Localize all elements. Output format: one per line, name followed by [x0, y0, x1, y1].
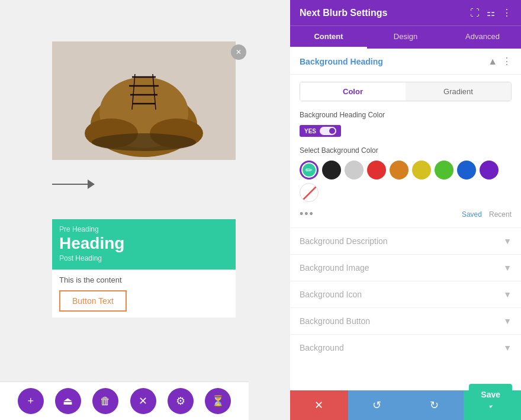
power-button[interactable]: ⏏: [55, 388, 81, 414]
swatch-none[interactable]: [300, 183, 319, 202]
chevron-up-icon[interactable]: ▲: [488, 56, 497, 67]
blurb-heading-area: Pre Heading Heading Post Heading: [52, 219, 236, 270]
more-options-icon[interactable]: ⋮: [502, 7, 512, 18]
panel-close-button[interactable]: ✕: [231, 44, 246, 60]
background-section[interactable]: Background ▼: [290, 334, 521, 361]
swatch-blue[interactable]: [457, 161, 476, 179]
svg-line-12: [303, 186, 317, 200]
settings-panel: Next Blurb Settings ⛶ ⚏ ⋮ Content Design…: [290, 0, 521, 420]
bg-icon-chevron: ▼: [503, 290, 512, 299]
main-heading: Heading: [59, 235, 229, 253]
section-more-icon[interactable]: ⋮: [502, 56, 512, 67]
bg-image-title: Background Image: [300, 263, 369, 272]
arrow-line: [52, 184, 88, 185]
color-swatches: ✏: [290, 157, 521, 206]
heading-color-toggle[interactable]: YES: [300, 125, 341, 137]
redo-icon: ↻: [430, 399, 439, 412]
swatch-yellow[interactable]: [412, 161, 431, 179]
color-tab[interactable]: Color: [300, 82, 406, 101]
bg-image-section[interactable]: Background Image ▼: [290, 254, 521, 281]
svg-point-11: [92, 133, 196, 151]
bg-icon-title: Background Icon: [300, 290, 362, 299]
toggle-label-text: Background Heading Color: [290, 108, 521, 120]
background-title: Background: [300, 343, 344, 352]
bottom-toolbar: + ⏏ 🗑 ✕ ⚙ ⏳: [0, 381, 249, 420]
color-row-2: ••• Saved Recent: [290, 206, 521, 227]
bg-button-section[interactable]: Background Button ▼: [290, 307, 521, 334]
toggle-knob: [320, 127, 336, 135]
shoe-image: [52, 41, 236, 160]
undo-icon: ↺: [372, 399, 381, 412]
post-heading: Post Heading: [59, 254, 229, 262]
color-select-label: Select Background Color: [290, 142, 521, 157]
tab-advanced[interactable]: Advanced: [444, 26, 521, 49]
toggle-row: YES: [290, 120, 521, 142]
bg-button-title: Background Button: [300, 316, 370, 326]
bg-description-chevron: ▼: [503, 236, 512, 246]
bg-image-chevron: ▼: [503, 263, 512, 272]
swatch-pen[interactable]: ✏: [300, 161, 319, 179]
swatch-black[interactable]: [322, 161, 341, 179]
tab-design[interactable]: Design: [367, 26, 444, 49]
expand-icon[interactable]: ⛶: [470, 8, 480, 18]
timer-button[interactable]: ⏳: [205, 388, 231, 414]
bg-icon-section[interactable]: Background Icon ▼: [290, 281, 521, 307]
section-title-bg-heading: Background Heading: [300, 57, 383, 66]
left-panel: Pre Heading Heading Post Heading This is…: [0, 0, 249, 420]
tab-content[interactable]: Content: [290, 26, 367, 49]
section-controls: ▲ ⋮: [488, 56, 512, 67]
arrow-container: [52, 179, 95, 189]
arrow-head: [88, 179, 95, 189]
swatch-green[interactable]: [435, 161, 454, 179]
settings-button[interactable]: ⚙: [168, 388, 194, 414]
bg-description-section[interactable]: Background Description ▼: [290, 227, 521, 254]
blurb-content: This is the content Button Text: [52, 270, 236, 318]
blurb-button[interactable]: Button Text: [59, 290, 127, 312]
blurb-card: Pre Heading Heading Post Heading This is…: [52, 219, 236, 318]
close-button[interactable]: ✕: [130, 388, 156, 414]
swatch-gray[interactable]: [345, 161, 364, 179]
settings-header: Next Blurb Settings ⛶ ⚏ ⋮: [290, 0, 521, 25]
color-gradient-tabs: Color Gradient: [300, 82, 512, 101]
cancel-action-button[interactable]: ✕: [290, 390, 348, 420]
redo-button[interactable]: ↻: [406, 390, 464, 420]
recent-link[interactable]: Recent: [489, 210, 512, 219]
save-button[interactable]: Save: [469, 384, 512, 405]
cancel-icon: ✕: [314, 399, 323, 412]
add-button[interactable]: +: [18, 388, 44, 414]
settings-body: Background Heading ▲ ⋮ Color Gradient Ba…: [290, 49, 521, 390]
swatch-purple[interactable]: [480, 161, 499, 179]
gradient-tab[interactable]: Gradient: [406, 82, 511, 101]
columns-icon[interactable]: ⚏: [487, 7, 495, 18]
pre-heading: Pre Heading: [59, 225, 229, 233]
undo-button[interactable]: ↺: [348, 390, 406, 420]
bg-description-title: Background Description: [300, 236, 388, 246]
saved-link[interactable]: Saved: [462, 210, 482, 219]
more-colors-button[interactable]: •••: [300, 208, 314, 220]
toggle-yes-label: YES: [304, 128, 316, 134]
background-chevron: ▼: [503, 343, 512, 352]
delete-button[interactable]: 🗑: [92, 388, 118, 414]
header-icons: ⛶ ⚏ ⋮: [470, 7, 512, 18]
swatch-red[interactable]: [367, 161, 386, 179]
bg-button-chevron: ▼: [503, 316, 512, 326]
background-heading-section: Background Heading ▲ ⋮: [290, 49, 521, 75]
swatch-orange[interactable]: [390, 161, 409, 179]
settings-tabs: Content Design Advanced: [290, 25, 521, 49]
blurb-text: This is the content: [59, 275, 229, 284]
settings-title: Next Blurb Settings: [300, 8, 387, 18]
saved-recent: Saved Recent: [462, 210, 512, 219]
